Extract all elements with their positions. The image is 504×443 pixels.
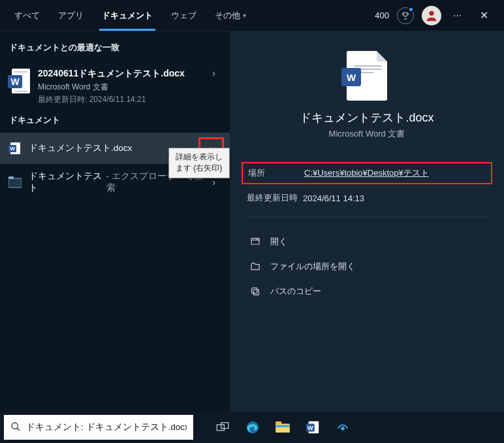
action-open-location-label: ファイルの場所を開く <box>270 261 355 272</box>
location-row: 場所 C:¥Users¥tobio¥Desktop¥テスト <box>242 162 492 184</box>
file-explorer-taskbar-icon[interactable] <box>274 419 291 436</box>
chevron-down-icon: ▾ <box>243 12 246 19</box>
location-label: 場所 <box>248 167 304 179</box>
search-icon <box>10 421 21 434</box>
location-link[interactable]: C:¥Users¥tobio¥Desktop¥テスト <box>304 167 429 179</box>
more-options-button[interactable]: ⋯ <box>449 10 465 20</box>
copy-icon <box>249 286 261 297</box>
word-document-icon: W <box>8 141 22 156</box>
modified-row: 最終更新日時 2024/6/11 14:13 <box>247 187 487 209</box>
search-scope-tabs: すべて アプリ ドキュメント ウェブ その他 ▾ <box>5 0 255 31</box>
svg-point-24 <box>341 427 344 430</box>
modified-value: 2024/6/11 14:13 <box>303 193 364 203</box>
preview-actions: 開く ファイルの場所を開く パスのコピー <box>247 229 487 304</box>
tooltip-show-details: 詳細を表示します (右矢印) <box>168 148 230 178</box>
preview-subtitle: Microsoft Word 文書 <box>247 128 487 140</box>
action-open[interactable]: 開く <box>247 229 487 254</box>
svg-rect-12 <box>253 289 259 295</box>
top-tabs-bar: すべて アプリ ドキュメント ウェブ その他 ▾ 400 ⋯ ✕ <box>0 0 504 31</box>
taskbar-pinned-apps: W <box>214 419 351 436</box>
preview-pane: W ドキュメントテスト.docx Microsoft Word 文書 場所 C:… <box>230 31 504 412</box>
best-match-result[interactable]: W 20240611ドキュメントテスト.docx Microsoft Word … <box>0 60 230 114</box>
trophy-icon <box>401 11 410 20</box>
svg-point-0 <box>429 10 433 15</box>
svg-rect-15 <box>217 425 224 431</box>
tab-web[interactable]: ウェブ <box>162 0 206 31</box>
tab-more-label: その他 <box>215 10 240 22</box>
folder-open-icon <box>249 261 261 272</box>
top-right-controls: 400 ⋯ ✕ <box>375 6 499 25</box>
svg-text:W: W <box>10 76 20 87</box>
svg-rect-9 <box>8 178 22 188</box>
preview-title: ドキュメントテスト.docx <box>247 110 487 125</box>
tab-more[interactable]: その他 ▾ <box>206 0 255 31</box>
rewards-trophy-button[interactable] <box>397 7 414 24</box>
avatar-icon <box>424 8 439 23</box>
screen-sketch-icon[interactable] <box>334 419 351 436</box>
word-taskbar-icon[interactable]: W <box>304 419 321 436</box>
svg-text:W: W <box>307 425 313 431</box>
word-document-large-icon: W <box>347 51 387 101</box>
close-button[interactable]: ✕ <box>473 9 495 22</box>
taskbar-search-box[interactable] <box>4 415 193 440</box>
svg-rect-20 <box>276 425 290 427</box>
taskbar: W <box>0 412 504 443</box>
best-match-modified: 最終更新日時: 2024/6/11 14:21 <box>38 94 206 105</box>
search-input[interactable] <box>26 423 187 433</box>
edge-browser-icon[interactable] <box>244 419 261 436</box>
svg-rect-5 <box>14 91 27 92</box>
svg-rect-11 <box>251 238 259 244</box>
svg-rect-4 <box>14 71 27 73</box>
file-explorer-icon <box>8 175 22 189</box>
svg-rect-13 <box>252 288 257 293</box>
action-copy-path[interactable]: パスのコピー <box>247 279 487 304</box>
best-match-heading: ドキュメントとの最適な一致 <box>0 42 230 60</box>
explorer-result-query: ドキュメントテスト <box>29 171 106 194</box>
user-avatar[interactable] <box>422 6 441 25</box>
results-pane: ドキュメントとの最適な一致 W 20240611ドキュメントテスト.docx M… <box>0 31 230 412</box>
action-open-location[interactable]: ファイルの場所を開く <box>247 254 487 279</box>
documents-heading: ドキュメント <box>0 114 230 133</box>
expand-details-button[interactable]: › <box>206 68 222 78</box>
svg-point-14 <box>12 423 18 429</box>
svg-rect-16 <box>221 423 228 429</box>
tab-apps[interactable]: アプリ <box>49 0 93 31</box>
tab-documents[interactable]: ドキュメント <box>93 0 162 31</box>
svg-text:W: W <box>10 146 15 152</box>
best-match-title: 20240611ドキュメントテスト.docx <box>38 68 206 80</box>
svg-rect-19 <box>276 421 281 425</box>
tab-all[interactable]: すべて <box>5 0 49 31</box>
rewards-points: 400 <box>375 10 389 20</box>
best-match-subtitle: Microsoft Word 文書 <box>38 82 206 93</box>
action-copy-path-label: パスのコピー <box>270 286 321 297</box>
svg-rect-10 <box>8 176 14 179</box>
word-document-icon: W <box>8 68 31 94</box>
open-icon <box>249 237 261 247</box>
expand-details-button[interactable]: › <box>206 177 222 188</box>
task-view-button[interactable] <box>214 419 231 436</box>
action-open-label: 開く <box>270 236 287 248</box>
modified-label: 最終更新日時 <box>247 192 303 204</box>
preview-metadata: 場所 C:¥Users¥tobio¥Desktop¥テスト 最終更新日時 202… <box>247 158 487 218</box>
